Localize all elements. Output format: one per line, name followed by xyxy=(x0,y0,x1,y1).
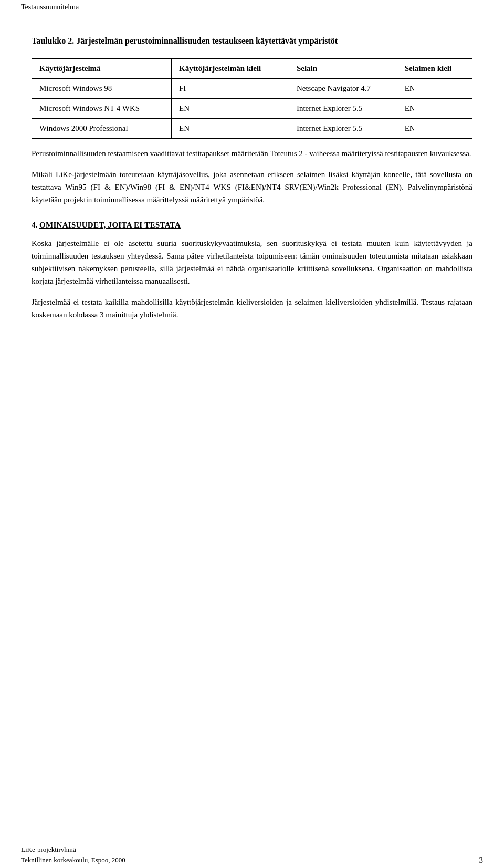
section4-label: Ominaisuudet, joita ei testata xyxy=(39,221,181,229)
table-row: Microsoft Windows NT 4 WKS EN Internet E… xyxy=(32,99,472,119)
browser-name: Netscape Navigator 4.7 xyxy=(289,79,397,99)
col-header-browser-lang: Selaimen kieli xyxy=(397,59,472,79)
os-lang: EN xyxy=(172,99,289,119)
os-name: Windows 2000 Professional xyxy=(32,119,172,139)
os-name: Microsoft Windows NT 4 WKS xyxy=(32,99,172,119)
page-footer: LiKe-projektiryhmä Teknillinen korkeakou… xyxy=(0,841,504,868)
para-ominaisuudet: Koska järjestelmälle ei ole asetettu suu… xyxy=(32,237,472,287)
table-row: Windows 2000 Professional EN Internet Ex… xyxy=(32,119,472,139)
header-title: Testaussuunnitelma xyxy=(21,3,79,12)
footer-org-line2: Teknillinen korkeakoulu, Espoo, 2000 xyxy=(21,855,125,865)
page-header: Testaussuunnitelma xyxy=(0,0,504,15)
os-lang: EN xyxy=(172,119,289,139)
footer-org-line1: LiKe-projektiryhmä xyxy=(21,844,125,855)
browser-lang: EN xyxy=(397,99,472,119)
os-lang: FI xyxy=(172,79,289,99)
para-jarjestelma: Järjestelmää ei testata kaikilla mahdoll… xyxy=(32,296,472,321)
table-caption: Taulukko 2. Järjestelmän perustoiminnall… xyxy=(32,36,472,46)
browser-lang: EN xyxy=(397,79,472,99)
section4-heading: 4. Ominaisuudet, joita ei testata xyxy=(32,221,472,230)
para-toteutus: Perustoiminnallisuuden testaamiseen vaad… xyxy=(32,147,472,160)
col-header-os: Käyttöjärjestelmä xyxy=(32,59,172,79)
page-content: Taulukko 2. Järjestelmän perustoiminnall… xyxy=(0,15,504,371)
environments-table: Käyttöjärjestelmä Käyttöjärjestelmän kie… xyxy=(32,58,472,139)
table-header-row: Käyttöjärjestelmä Käyttöjärjestelmän kie… xyxy=(32,59,472,79)
browser-name: Internet Explorer 5.5 xyxy=(289,119,397,139)
footer-page-number: 3 xyxy=(479,856,484,865)
os-name: Microsoft Windows 98 xyxy=(32,79,172,99)
footer-left: LiKe-projektiryhmä Teknillinen korkeakou… xyxy=(21,844,125,865)
browser-lang: EN xyxy=(397,119,472,139)
browser-name: Internet Explorer 5.5 xyxy=(289,99,397,119)
table-row: Microsoft Windows 98 FI Netscape Navigat… xyxy=(32,79,472,99)
col-header-browser: Selain xyxy=(289,59,397,79)
para-like: Mikäli LiKe-järjestelmään toteutetaan kä… xyxy=(32,168,472,206)
link-toiminnallisessa[interactable]: toiminnallisessa määrittelyssä xyxy=(94,195,188,204)
col-header-os-lang: Käyttöjärjestelmän kieli xyxy=(172,59,289,79)
